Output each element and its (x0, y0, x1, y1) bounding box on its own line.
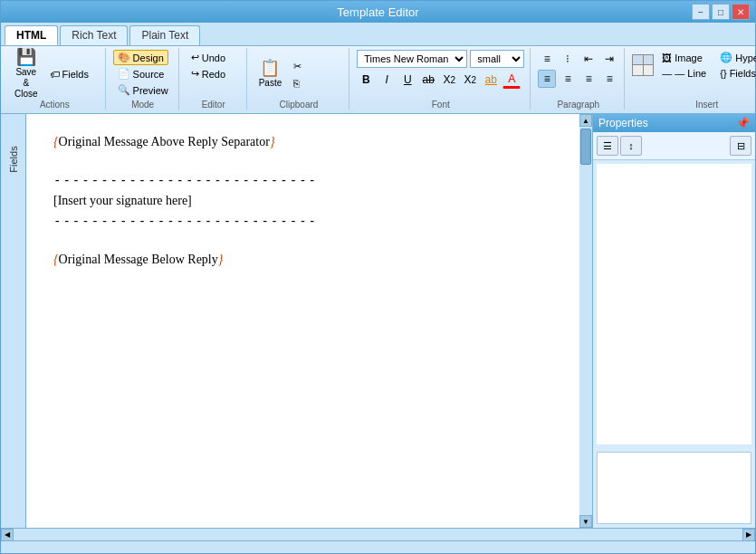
design-button[interactable]: 🎨 Design (113, 50, 168, 65)
pin-icon[interactable]: 📌 (736, 117, 750, 129)
editor-content[interactable]: {Original Message Above Reply Separator}… (26, 114, 579, 288)
scroll-thumb[interactable] (580, 129, 591, 165)
scroll-up-button[interactable]: ▲ (579, 114, 592, 127)
prop-sort-button[interactable]: ↕ (620, 136, 642, 156)
editor-label: Editor (202, 100, 225, 110)
main-window: Template Editor − □ ✕ HTML Rich Text Pla… (0, 0, 756, 554)
paste-button[interactable]: 📋 Paste (254, 50, 287, 99)
line-button[interactable]: — — Line (657, 66, 712, 81)
separator-line-1: ---------------------------- (53, 170, 552, 190)
prop-list-button[interactable]: ☰ (597, 136, 618, 156)
content-area: Fields {Original Message Above Reply Sep… (1, 114, 755, 528)
tab-plain-text[interactable]: Plain Text (129, 25, 200, 45)
align-left-button[interactable]: ≡ (538, 70, 556, 88)
properties-toolbar: ☰ ↕ ⊟ (593, 132, 755, 160)
indent-button[interactable]: ⇥ (600, 50, 618, 68)
maximize-button[interactable]: □ (712, 4, 730, 20)
insert-fields-button[interactable]: {} Fields (715, 66, 756, 81)
line-icon: — (662, 68, 672, 79)
outdent-button[interactable]: ⇤ (579, 50, 598, 68)
ribbon-group-insert: 🖼 Image — — Line 🌐 Hyperlink (627, 48, 756, 110)
ordered-list-button[interactable]: ≡ (538, 50, 556, 68)
highlight-button[interactable]: ab (482, 71, 500, 89)
window-title: Template Editor (64, 5, 692, 19)
spacer-2 (53, 232, 552, 250)
undo-button[interactable]: ↩ Undo (187, 50, 241, 65)
editor-container: {Original Message Above Reply Separator}… (26, 114, 592, 528)
properties-header: Properties 📌 (593, 114, 755, 132)
content-line-2: {Original Message Below Reply} (53, 250, 552, 270)
ribbon: 💾 Save &Close 🏷 Fields Actions 🎨 Design (1, 46, 755, 114)
tab-html[interactable]: HTML (5, 25, 58, 45)
unordered-list-button[interactable]: ⁝ (559, 50, 577, 68)
paragraph-label: Paragraph (557, 100, 599, 110)
image-button[interactable]: 🖼 Image (657, 51, 712, 65)
horizontal-scrollbar[interactable]: ◀ ▶ (1, 528, 755, 540)
content-line-1: {Original Message Above Reply Separator} (53, 132, 552, 152)
tab-rich-text[interactable]: Rich Text (60, 25, 128, 45)
superscript-button[interactable]: X2 (461, 71, 479, 89)
italic-button[interactable]: I (378, 71, 396, 89)
copy-icon: ⎘ (293, 78, 300, 89)
font-name-select[interactable]: Times New Roman (357, 50, 467, 68)
properties-content (597, 164, 751, 444)
separator-line-2: ---------------------------- (53, 211, 552, 231)
design-icon: 🎨 (118, 52, 130, 63)
scroll-down-button[interactable]: ▼ (579, 515, 592, 528)
ribbon-group-actions: 💾 Save &Close 🏷 Fields Actions (5, 48, 106, 110)
source-button[interactable]: 📄 Source (113, 66, 169, 81)
underline-button[interactable]: U (398, 71, 416, 89)
properties-bottom-panel (597, 452, 751, 524)
subscript-button[interactable]: X2 (440, 71, 458, 89)
preview-icon: 🔍 (118, 84, 130, 96)
undo-icon: ↩ (191, 52, 199, 63)
font-label: Font (432, 100, 450, 110)
bold-button[interactable]: B (357, 71, 375, 89)
editor-area[interactable]: {Original Message Above Reply Separator}… (26, 114, 579, 528)
spacer-1 (53, 152, 552, 170)
close-button[interactable]: ✕ (732, 4, 750, 20)
signature-line: [Insert your signature here] (53, 191, 552, 211)
tab-bar: HTML Rich Text Plain Text (1, 23, 755, 46)
mode-label: Mode (131, 100, 154, 110)
fields-sidebar: Fields (1, 114, 26, 528)
align-justify-button[interactable]: ≡ (600, 70, 618, 88)
hyperlink-button[interactable]: 🌐 Hyperlink (715, 50, 756, 65)
table-button[interactable] (632, 54, 654, 76)
fields-button[interactable]: 🏷 Fields (45, 67, 100, 81)
status-bar (1, 540, 755, 553)
clipboard-label: Clipboard (280, 100, 319, 110)
ribbon-group-editor: ↩ Undo ↪ Redo Editor (181, 48, 247, 110)
fields-icon: 🏷 (50, 69, 60, 80)
preview-button[interactable]: 🔍 Preview (113, 82, 173, 98)
image-icon: 🖼 (662, 53, 672, 63)
scroll-right-button[interactable]: ▶ (742, 529, 755, 541)
scroll-left-button[interactable]: ◀ (1, 529, 14, 541)
prop-more-button[interactable]: ⊟ (730, 136, 751, 156)
actions-label: Actions (40, 100, 70, 110)
title-bar: Template Editor − □ ✕ (1, 1, 755, 23)
font-size-select[interactable]: small (470, 50, 524, 68)
cut-button[interactable]: ✂ (289, 59, 343, 74)
properties-title: Properties (598, 117, 648, 129)
redo-icon: ↪ (191, 68, 199, 80)
ribbon-group-clipboard: 📋 Paste ✂ ⎘ Clipboard (249, 48, 350, 110)
hyperlink-icon: 🌐 (720, 52, 732, 63)
source-icon: 📄 (118, 68, 130, 80)
redo-button[interactable]: ↪ Redo (187, 66, 241, 81)
save-close-button[interactable]: 💾 Save &Close (10, 50, 43, 99)
title-bar-buttons: − □ ✕ (692, 4, 750, 20)
scrollbar-vertical[interactable]: ▲ ▼ (579, 114, 592, 528)
ribbon-group-paragraph: ≡ ⁝ ⇤ ⇥ ≡ ≡ ≡ ≡ Paragraph (532, 48, 625, 110)
copy-button[interactable]: ⎘ (289, 76, 343, 91)
properties-panel: Properties 📌 ☰ ↕ ⊟ (592, 114, 755, 528)
strikethrough-button[interactable]: ab (419, 71, 437, 89)
fields-sidebar-label: Fields (8, 146, 19, 172)
minimize-button[interactable]: − (692, 4, 710, 20)
font-color-button[interactable]: A (502, 71, 521, 89)
ribbon-group-font: Times New Roman small B I U ab X2 X2 ab … (351, 48, 531, 110)
align-center-button[interactable]: ≡ (559, 70, 577, 88)
ribbon-group-mode: 🎨 Design 📄 Source 🔍 Preview Mode (108, 48, 179, 110)
cut-icon: ✂ (293, 61, 301, 72)
align-right-button[interactable]: ≡ (579, 70, 598, 88)
